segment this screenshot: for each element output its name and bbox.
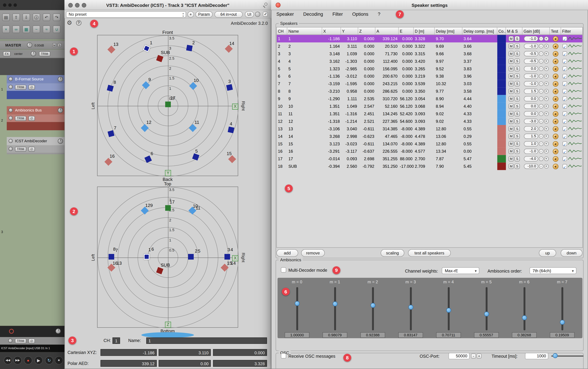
solo-button[interactable]: S	[515, 119, 520, 124]
axis-handle-y[interactable]: Y	[165, 170, 171, 176]
trim-button[interactable]: TRIM	[15, 116, 26, 121]
gain-plus-button[interactable]: +	[544, 119, 548, 123]
link-icon[interactable]: ∞	[12, 25, 20, 33]
up-button[interactable]: up	[539, 249, 556, 257]
record-arm-icon[interactable]	[8, 338, 12, 343]
minimize-icon[interactable]	[8, 3, 12, 7]
table-row[interactable]: 11-1.1863.1100.000339.1240.0003.3289.703…	[277, 35, 582, 42]
table-row[interactable]: 77-3.159-1.5950.000243.2150.0003.53910.3…	[277, 80, 582, 88]
color-swatch[interactable]	[497, 72, 506, 80]
column-header-e[interactable]: E	[399, 27, 414, 35]
filter-checkbox[interactable]	[562, 59, 567, 63]
speaker-test-icon[interactable]	[553, 81, 558, 87]
ch-field[interactable]: 1	[113, 338, 120, 344]
solo-button[interactable]: S	[515, 126, 520, 132]
gain-value[interactable]: -1.0	[524, 81, 538, 86]
track-volume-knob[interactable]	[58, 108, 63, 113]
filter-checkbox[interactable]	[562, 82, 567, 86]
monitor-icon[interactable]	[9, 116, 13, 120]
osc-port-field[interactable]: 50000	[449, 353, 470, 359]
column-header-ms[interactable]: M & S	[506, 27, 522, 35]
track-volume-knob[interactable]	[58, 139, 63, 144]
redo-icon[interactable]: ↷	[53, 13, 60, 21]
mute-button[interactable]: M	[509, 73, 514, 79]
gain-minus-button[interactable]: -	[539, 51, 543, 56]
gain-plus-button[interactable]: +	[544, 126, 548, 131]
color-swatch[interactable]	[497, 80, 506, 88]
scaling-button[interactable]: scaling	[381, 249, 404, 257]
phase-button[interactable]: ∅	[29, 338, 35, 344]
speaker-marker[interactable]	[109, 254, 114, 260]
speaker-marker[interactable]	[104, 158, 112, 166]
table-row[interactable]: 1212-1.318-1.2142.521227.36554.6003.0939…	[277, 117, 582, 125]
mute-button[interactable]: M	[509, 81, 514, 86]
column-header-name[interactable]: Name	[287, 27, 322, 35]
gain-value[interactable]: -10.0	[524, 164, 538, 169]
speaker-test-icon[interactable]	[553, 66, 558, 72]
gain-value[interactable]: 0.0	[524, 96, 538, 101]
mute-button[interactable]: M	[509, 164, 514, 169]
filter-checkbox[interactable]	[562, 112, 567, 116]
speaker-plot-vertical[interactable]: 3.532.521.510.51291710118716253416131514…	[97, 186, 238, 328]
record-arm-icon[interactable]	[9, 139, 13, 143]
solo-button[interactable]: S	[515, 141, 520, 146]
add-button[interactable]: add	[276, 249, 298, 257]
speaker-marker[interactable]	[225, 254, 230, 260]
speaker-marker[interactable]	[165, 102, 171, 107]
speaker-marker[interactable]	[226, 84, 233, 91]
filter-checkbox[interactable]	[562, 126, 567, 131]
speaker-test-icon[interactable]	[553, 58, 558, 64]
table-row[interactable]: 333.1481.0390.00071.7300.0003.3159.663.6…	[277, 50, 582, 57]
record-arm-icon[interactable]	[9, 77, 13, 81]
weight-slider[interactable]	[486, 287, 488, 330]
test-all-speakers-button[interactable]: test all speakers	[408, 249, 451, 257]
multi-decoder-checkbox[interactable]	[281, 267, 286, 273]
table-row[interactable]: 1313-3.1063.040-0.611314.385-8.0004.3891…	[277, 125, 582, 133]
close-icon[interactable]	[3, 3, 7, 7]
trim-button[interactable]: TRIM	[15, 85, 26, 90]
zoom-icon[interactable]	[13, 3, 17, 7]
color-swatch[interactable]	[497, 65, 506, 72]
mute-button[interactable]: M	[509, 156, 514, 161]
ambisonics-order-select[interactable]: 7th (64ch)	[529, 267, 576, 274]
gain-plus-button[interactable]: +	[544, 112, 548, 116]
menu-options[interactable]: Options	[352, 12, 369, 17]
speaker-test-icon[interactable]	[553, 126, 558, 132]
gain-value[interactable]: 2.0	[524, 126, 538, 132]
menu-[interactable]: ?	[378, 12, 380, 17]
cartesian-y-field[interactable]: 3.110	[159, 349, 211, 356]
gain-value[interactable]: 0.0	[524, 111, 538, 116]
column-header-comp[interactable]: Delay comp. [ms]	[462, 27, 497, 35]
weight-slider-thumb[interactable]	[446, 308, 451, 313]
color-swatch[interactable]	[497, 163, 506, 170]
color-swatch[interactable]	[497, 42, 506, 50]
record-button[interactable]: ●	[24, 356, 32, 364]
speaker-marker[interactable]	[228, 155, 236, 163]
close-icon[interactable]	[276, 3, 281, 8]
weight-slider-thumb[interactable]	[484, 311, 489, 316]
table-row[interactable]: 11111.351-1.3162.451134.24552.4203.0939.…	[277, 110, 582, 117]
axis-handle-x[interactable]: X	[232, 255, 238, 261]
mute-button[interactable]: M	[509, 44, 514, 49]
speaker-test-icon[interactable]	[553, 164, 558, 169]
ui-button[interactable]: UI	[245, 11, 254, 18]
filter-checkbox[interactable]	[562, 149, 567, 154]
group-icon[interactable]: ∪	[53, 25, 60, 33]
gear-icon[interactable]: ⚙	[67, 19, 72, 26]
monitor-icon[interactable]	[9, 85, 13, 89]
speaker-test-icon[interactable]	[553, 51, 558, 56]
mute-button[interactable]: M	[509, 149, 514, 154]
param-button[interactable]: Param	[196, 11, 213, 18]
table-row[interactable]: 1717-0.0140.0932.698351.25588.0002.7007.…	[277, 155, 582, 163]
solo-button[interactable]: S	[515, 111, 520, 116]
color-swatch[interactable]	[497, 155, 506, 163]
gain-minus-button[interactable]: -	[539, 59, 543, 63]
speaker-test-icon[interactable]	[553, 36, 558, 41]
file-icon[interactable]: ▤	[2, 13, 10, 21]
filter-checkbox[interactable]	[562, 44, 567, 48]
help-icon[interactable]: ?	[76, 20, 81, 26]
color-swatch[interactable]	[497, 125, 506, 133]
gain-minus-button[interactable]: -	[539, 104, 543, 108]
record-arm-icon[interactable]	[9, 108, 13, 112]
color-swatch[interactable]	[497, 110, 506, 117]
